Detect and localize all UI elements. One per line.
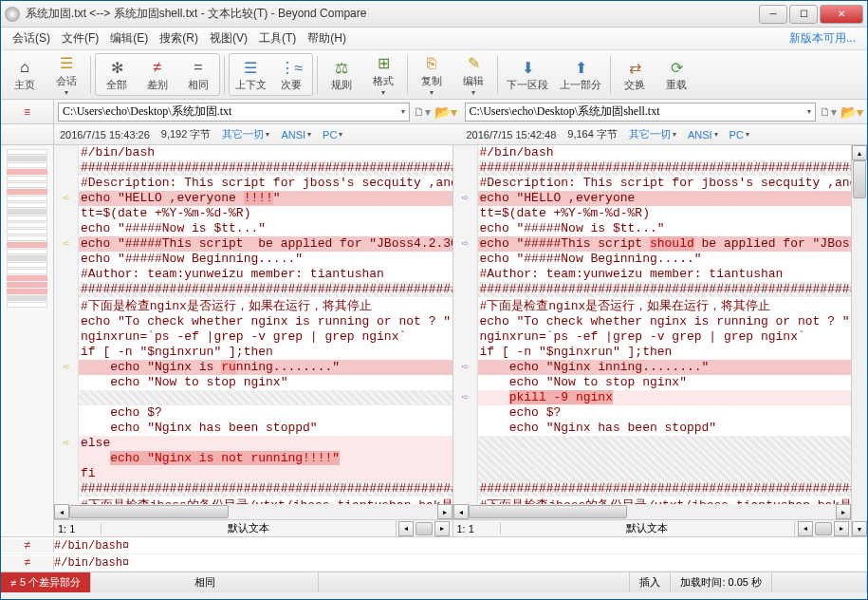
- home-button[interactable]: ⌂主页: [5, 55, 45, 94]
- code-line[interactable]: else: [54, 436, 452, 451]
- minimap-segment[interactable]: [7, 235, 47, 241]
- left-os-combo[interactable]: PC▾: [323, 129, 342, 141]
- minimap-segment[interactable]: [7, 162, 47, 168]
- right-other-combo[interactable]: 其它一切▾: [629, 127, 676, 141]
- code-line[interactable]: #下面是检查nginx是否运行，如果在运行，将其停止: [453, 297, 852, 314]
- code-line[interactable]: #/bin/bash: [54, 145, 452, 160]
- swap-button[interactable]: ⇄交换: [615, 55, 655, 94]
- scroll-left-button[interactable]: ◂: [453, 504, 469, 519]
- menu-help[interactable]: 帮助(H): [302, 28, 352, 48]
- code-line[interactable]: pkill -9 nginx: [453, 390, 852, 405]
- minimap-segment[interactable]: [7, 189, 47, 195]
- minimap-segment[interactable]: [7, 269, 47, 274]
- minimap-segment[interactable]: [7, 222, 47, 228]
- all-button[interactable]: ✻全部: [97, 55, 137, 94]
- right-code[interactable]: #/bin/bash##############################…: [453, 145, 852, 504]
- code-line[interactable]: #Description: This script for jboss's se…: [54, 176, 452, 191]
- code-line[interactable]: echo "Nginx is running........": [54, 360, 452, 375]
- scroll-right-button[interactable]: ▸: [834, 521, 849, 536]
- hscroll-thumb[interactable]: [416, 522, 433, 535]
- code-line[interactable]: #Description: This script for jboss's se…: [453, 176, 852, 191]
- minimap-segment[interactable]: [7, 242, 47, 248]
- minor-button[interactable]: ⋮≈次要: [271, 55, 311, 94]
- update-link[interactable]: 新版本可用...: [784, 28, 861, 48]
- code-line[interactable]: ########################################…: [453, 160, 852, 176]
- right-os-combo[interactable]: PC▾: [729, 129, 749, 141]
- minimap[interactable]: [1, 145, 54, 536]
- menu-session[interactable]: 会话(S): [7, 28, 56, 48]
- code-line[interactable]: [453, 466, 852, 481]
- scroll-right-button[interactable]: ▸: [437, 504, 452, 519]
- minimap-segment[interactable]: [7, 182, 47, 188]
- minimap-segment[interactable]: [7, 255, 47, 261]
- minimize-button[interactable]: ─: [759, 5, 787, 24]
- minimap-segment[interactable]: [7, 216, 47, 221]
- minimap-segment[interactable]: [7, 196, 47, 201]
- left-enc-combo[interactable]: ANSI▾: [281, 129, 311, 141]
- minimap-segment[interactable]: [7, 275, 47, 281]
- minimap-segment[interactable]: [7, 149, 47, 155]
- code-line[interactable]: fi: [54, 466, 452, 481]
- minimap-segment[interactable]: [7, 282, 47, 288]
- minimap-segment[interactable]: [7, 289, 47, 294]
- left-browse-button[interactable]: 🗋▾: [414, 105, 431, 119]
- scroll-up-button[interactable]: ▴: [852, 145, 867, 160]
- minimap-segment[interactable]: [7, 229, 47, 234]
- rules-button[interactable]: ⚖规则: [322, 55, 361, 94]
- code-line[interactable]: echo "To check whether nginx is running …: [54, 314, 452, 329]
- menu-file[interactable]: 文件(F): [56, 28, 104, 48]
- code-line[interactable]: echo "#####Now is $tt...": [453, 221, 852, 236]
- code-line[interactable]: [453, 436, 852, 451]
- context-button[interactable]: ☰上下文: [231, 55, 270, 94]
- code-line[interactable]: #Author: team:yunweizu member: tiantusha…: [453, 267, 852, 282]
- code-line[interactable]: echo "#####Now Beginning.....": [54, 252, 452, 267]
- copy-button[interactable]: ⎘复制▾: [412, 51, 452, 99]
- code-line[interactable]: echo "#####This script be applied for "J…: [54, 236, 452, 252]
- close-button[interactable]: ✕: [820, 5, 863, 24]
- vscroll-thumb[interactable]: [853, 160, 866, 198]
- code-line[interactable]: echo "Nginx is not running!!!!": [54, 451, 452, 466]
- code-line[interactable]: ########################################…: [453, 282, 852, 297]
- code-line[interactable]: #Author: team:yunweizu member: tiantusha…: [54, 267, 452, 282]
- scroll-left-button[interactable]: ◂: [798, 521, 813, 536]
- code-line[interactable]: [54, 390, 452, 405]
- minimap-segment[interactable]: [7, 176, 47, 181]
- code-line[interactable]: echo "HELLO ,everyone !!!!": [54, 191, 452, 206]
- code-line[interactable]: if [ -n "$nginxrun" ];then: [453, 345, 852, 360]
- menu-edit[interactable]: 编辑(E): [104, 28, 154, 48]
- format-button[interactable]: ⊞格式▾: [363, 51, 403, 99]
- code-line[interactable]: nginxrun=`ps -ef |grep -v grep | grep ng…: [453, 329, 852, 345]
- next-button[interactable]: ⬇下一区段: [502, 55, 553, 94]
- right-path-input[interactable]: C:\Users\echo\Desktop\系统加固shell.txt▾: [465, 103, 817, 122]
- hscroll-thumb[interactable]: [815, 522, 832, 535]
- scroll-right-button[interactable]: ▸: [836, 504, 851, 519]
- session-button[interactable]: ☰会话▾: [46, 51, 86, 99]
- code-line[interactable]: echo "#####Now is $tt...": [54, 221, 452, 236]
- scroll-left-button[interactable]: ◂: [398, 521, 414, 536]
- maximize-button[interactable]: ☐: [789, 5, 818, 24]
- code-line[interactable]: ########################################…: [453, 481, 852, 497]
- menu-search[interactable]: 搜索(R): [154, 28, 204, 48]
- scroll-down-button[interactable]: ▾: [852, 521, 867, 536]
- code-line[interactable]: if [ -n "$nginxrun" ];then: [54, 345, 452, 360]
- code-line[interactable]: echo $?: [54, 405, 452, 421]
- minimap-segment[interactable]: [7, 209, 47, 215]
- code-line[interactable]: ########################################…: [54, 481, 452, 497]
- code-line[interactable]: #下面是检查jboss的备份目录/ytxt/jboss.tiantushan.b…: [54, 497, 452, 504]
- edit-button[interactable]: ✎编辑▾: [453, 51, 493, 99]
- code-line[interactable]: echo "To check whether nginx is running …: [453, 314, 852, 329]
- code-line[interactable]: #/bin/bash: [453, 145, 852, 160]
- left-other-combo[interactable]: 其它一切▾: [222, 127, 269, 141]
- code-line[interactable]: echo "Now to stop nginx": [453, 375, 852, 390]
- code-line[interactable]: echo $?: [453, 405, 852, 421]
- prev-button[interactable]: ⬆上一部分: [555, 55, 606, 94]
- code-line[interactable]: nginxrun=`ps -ef |grep -v grep | grep ng…: [54, 329, 452, 345]
- code-line[interactable]: [453, 451, 852, 466]
- reload-button[interactable]: ⟳重载: [656, 55, 696, 94]
- left-path-input[interactable]: C:\Users\echo\Desktop\系统加固.txt▾: [58, 103, 410, 122]
- menu-tools[interactable]: 工具(T): [253, 28, 302, 48]
- hscroll-thumb[interactable]: [69, 505, 229, 518]
- left-code[interactable]: #/bin/bash##############################…: [54, 145, 452, 504]
- code-line[interactable]: echo "#####This script should be applied…: [453, 236, 852, 252]
- code-line[interactable]: #下面是检查jboss的备份目录/ytxt/jboss.tiantushan.b…: [453, 497, 852, 504]
